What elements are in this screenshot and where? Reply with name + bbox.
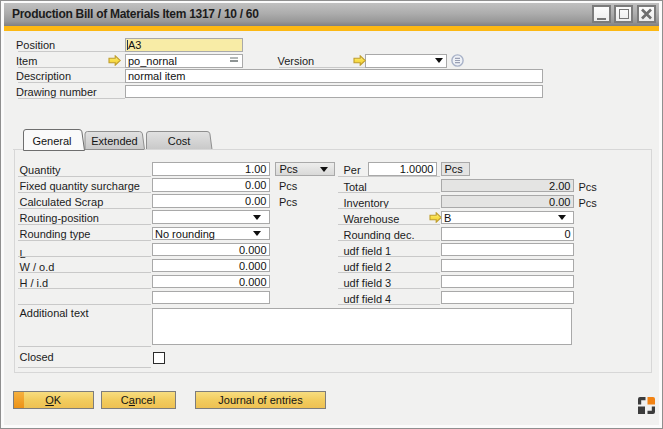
- svg-text:General: General: [32, 135, 71, 147]
- svg-text:Cost: Cost: [168, 135, 191, 147]
- svg-text:Extended: Extended: [91, 135, 137, 147]
